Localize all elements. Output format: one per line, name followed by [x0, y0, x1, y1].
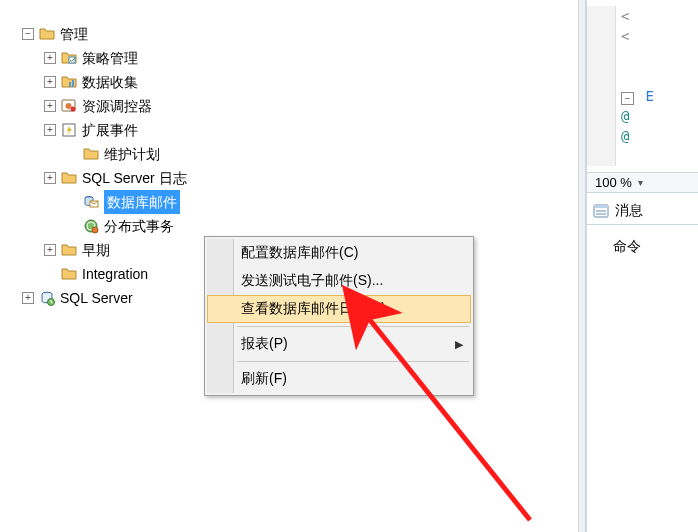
- menu-item-label: 刷新(F): [241, 370, 287, 388]
- tree-item-sql-server-logs[interactable]: + SQL Server 日志: [22, 166, 187, 190]
- tree-item-label: 资源调控器: [82, 95, 152, 117]
- extra-label-text: 命令: [613, 238, 641, 254]
- expand-icon[interactable]: +: [44, 52, 56, 64]
- tree-item-distributed-transaction[interactable]: 分布式事务: [22, 214, 187, 238]
- menu-item-label: 报表(P): [241, 335, 288, 353]
- svg-rect-2: [72, 80, 74, 87]
- code-fold-icon[interactable]: −: [621, 92, 634, 105]
- panel-splitter[interactable]: [578, 0, 586, 532]
- submenu-arrow-icon: ▶: [455, 338, 463, 351]
- menu-separator: [237, 326, 469, 327]
- tree-item-label: 维护计划: [104, 143, 160, 165]
- tree-item-label: SQL Server 日志: [82, 167, 187, 189]
- dropdown-arrow-icon: ▾: [638, 177, 643, 188]
- context-menu[interactable]: 配置数据库邮件(C) 发送测试电子邮件(S)... 查看数据库邮件日志(V) 报…: [204, 236, 474, 396]
- menu-item-reports[interactable]: 报表(P) ▶: [207, 330, 471, 358]
- svg-rect-15: [594, 205, 608, 208]
- database-mail-icon: [82, 194, 100, 210]
- expand-icon[interactable]: +: [44, 100, 56, 112]
- tree-item-sql-server-agent[interactable]: + SQL Server: [22, 286, 187, 310]
- menu-item-refresh[interactable]: 刷新(F): [207, 365, 471, 393]
- tree-item-integration-services[interactable]: Integration: [22, 262, 187, 286]
- svg-rect-0: [69, 57, 75, 63]
- menu-item-label: 发送测试电子邮件(S)...: [241, 272, 383, 290]
- menu-separator: [237, 361, 469, 362]
- tree-item-label: 早期: [82, 239, 110, 261]
- tree-item-extended-events[interactable]: + 扩展事件: [22, 118, 187, 142]
- expand-placeholder: [66, 196, 78, 208]
- svg-point-5: [71, 107, 76, 112]
- results-tabs[interactable]: 消息: [587, 198, 698, 225]
- messages-icon: [593, 203, 609, 219]
- tree-item-database-mail[interactable]: 数据库邮件: [22, 190, 187, 214]
- code-text: @: [621, 108, 629, 124]
- object-explorer-tree[interactable]: − 管理 + 策略管理 + 数据收集 + 资源调控器 + 扩展事件: [22, 22, 187, 310]
- svg-point-4: [66, 103, 72, 109]
- tree-item-legacy[interactable]: + 早期: [22, 238, 187, 262]
- tree-item-label: 数据收集: [82, 71, 138, 93]
- code-text: <: [621, 28, 629, 44]
- menu-item-send-test-email[interactable]: 发送测试电子邮件(S)...: [207, 267, 471, 295]
- zoom-dropdown[interactable]: 100 % ▾: [587, 172, 698, 193]
- menu-item-label: 查看数据库邮件日志(V): [241, 300, 386, 318]
- tree-item-label: 分布式事务: [104, 215, 174, 237]
- expand-icon[interactable]: +: [44, 124, 56, 136]
- expand-icon[interactable]: +: [44, 172, 56, 184]
- folder-icon: [38, 26, 56, 42]
- tree-item-maintenance-plans[interactable]: 维护计划: [22, 142, 187, 166]
- tree-item-label: 策略管理: [82, 47, 138, 69]
- tab-messages[interactable]: 消息: [615, 202, 643, 220]
- code-text: @: [621, 128, 629, 144]
- folder-icon: [60, 242, 78, 258]
- expand-placeholder: [66, 148, 78, 160]
- tree-item-label: 数据库邮件: [104, 190, 180, 214]
- dtc-icon: [82, 218, 100, 234]
- tree-item-management[interactable]: − 管理: [22, 22, 187, 46]
- menu-item-configure-database-mail[interactable]: 配置数据库邮件(C): [207, 239, 471, 267]
- tree-item-data-collection[interactable]: + 数据收集: [22, 70, 187, 94]
- tree-item-label: SQL Server: [60, 287, 133, 309]
- svg-rect-1: [69, 82, 71, 87]
- policy-icon: [60, 50, 78, 66]
- tree-item-label: 扩展事件: [82, 119, 138, 141]
- tree-item-label: Integration: [82, 263, 148, 285]
- resource-governor-icon: [60, 98, 78, 114]
- code-editor-preview[interactable]: < < − E @ @: [587, 6, 698, 146]
- editor-results-panel: < < − E @ @ 100 % ▾ 消息 命令: [578, 0, 698, 532]
- extra-label: 命令: [587, 234, 698, 260]
- code-text: E: [645, 88, 653, 104]
- extended-events-icon: [60, 122, 78, 138]
- tree-item-policy-management[interactable]: + 策略管理: [22, 46, 187, 70]
- menu-item-label: 配置数据库邮件(C): [241, 244, 358, 262]
- tree-item-label: 管理: [60, 23, 88, 45]
- zoom-value: 100 %: [595, 175, 632, 190]
- tree-item-resource-governor[interactable]: + 资源调控器: [22, 94, 187, 118]
- folder-icon: [82, 146, 100, 162]
- code-text: <: [621, 8, 629, 24]
- menu-item-view-database-mail-log[interactable]: 查看数据库邮件日志(V): [207, 295, 471, 323]
- expand-icon[interactable]: +: [44, 76, 56, 88]
- expand-placeholder: [44, 268, 56, 280]
- expand-icon[interactable]: +: [44, 244, 56, 256]
- folder-icon: [60, 170, 78, 186]
- expand-placeholder: [66, 220, 78, 232]
- svg-point-11: [92, 227, 98, 233]
- expand-icon[interactable]: +: [22, 292, 34, 304]
- folder-icon: [60, 266, 78, 282]
- sql-agent-icon: [38, 290, 56, 306]
- collapse-icon[interactable]: −: [22, 28, 34, 40]
- data-collection-icon: [60, 74, 78, 90]
